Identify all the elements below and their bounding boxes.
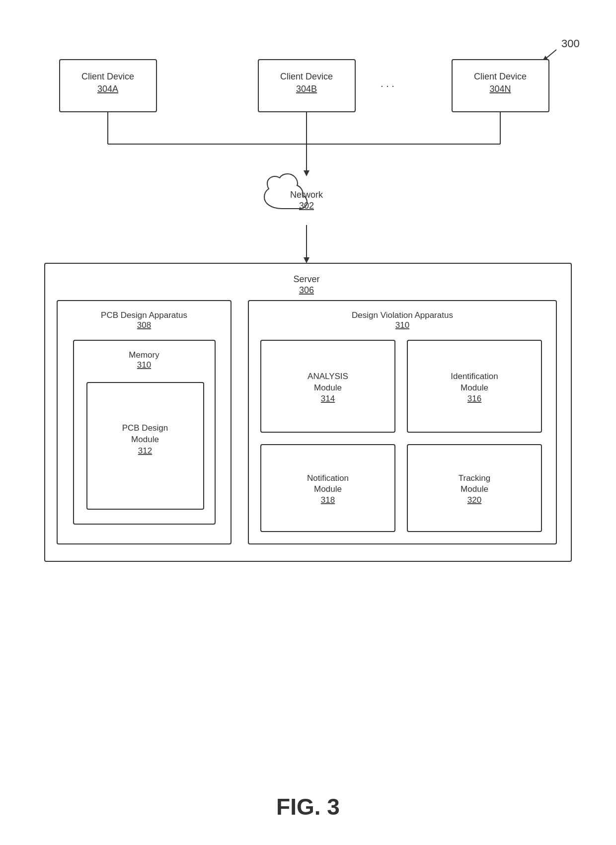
svg-text:Server: Server xyxy=(293,274,319,284)
svg-text:FIG. 3: FIG. 3 xyxy=(276,794,340,820)
svg-text:320: 320 xyxy=(467,495,481,505)
svg-text:306: 306 xyxy=(299,285,314,295)
svg-text:Network: Network xyxy=(290,190,323,200)
svg-rect-29 xyxy=(74,340,215,524)
svg-text:Identification: Identification xyxy=(451,372,498,381)
svg-marker-2 xyxy=(541,56,548,62)
svg-rect-51 xyxy=(407,445,541,532)
svg-text:302: 302 xyxy=(299,201,314,211)
svg-rect-10 xyxy=(452,60,549,112)
svg-text:Client Device: Client Device xyxy=(474,72,527,81)
svg-line-1 xyxy=(541,50,556,62)
svg-rect-23 xyxy=(45,263,571,561)
svg-rect-43 xyxy=(407,340,541,432)
svg-rect-47 xyxy=(261,445,395,532)
svg-rect-36 xyxy=(248,301,556,544)
svg-rect-32 xyxy=(87,383,204,509)
svg-rect-26 xyxy=(57,301,231,544)
svg-text:Tracking: Tracking xyxy=(459,473,491,483)
svg-text:304B: 304B xyxy=(296,84,317,94)
svg-text:Module: Module xyxy=(461,383,488,392)
svg-text:312: 312 xyxy=(138,446,152,456)
svg-text:310: 310 xyxy=(395,320,409,330)
svg-text:Design Violation Apparatus: Design Violation Apparatus xyxy=(352,310,453,320)
svg-text:300: 300 xyxy=(561,37,580,50)
svg-rect-39 xyxy=(261,340,395,432)
svg-text:PCB Design: PCB Design xyxy=(122,423,168,433)
svg-text:316: 316 xyxy=(467,394,481,403)
svg-text:Notification: Notification xyxy=(307,473,349,483)
svg-text:314: 314 xyxy=(321,394,335,403)
svg-text:Client Device: Client Device xyxy=(280,72,333,81)
svg-text:Module: Module xyxy=(314,383,342,392)
svg-text:Module: Module xyxy=(461,484,488,494)
svg-text:Memory: Memory xyxy=(129,350,159,360)
svg-text:ANALYSIS: ANALYSIS xyxy=(308,372,348,381)
svg-text:Module: Module xyxy=(131,435,159,444)
svg-text:PCB Design Apparatus: PCB Design Apparatus xyxy=(101,310,187,320)
svg-marker-18 xyxy=(304,170,309,176)
svg-marker-22 xyxy=(304,257,309,263)
svg-rect-6 xyxy=(258,60,355,112)
svg-text:310: 310 xyxy=(137,360,151,370)
svg-text:Client Device: Client Device xyxy=(81,72,134,81)
svg-text:Module: Module xyxy=(314,484,342,494)
svg-text:318: 318 xyxy=(321,495,335,505)
svg-rect-3 xyxy=(60,60,156,112)
svg-text:304A: 304A xyxy=(97,84,118,94)
svg-text:. . .: . . . xyxy=(381,78,394,89)
svg-text:308: 308 xyxy=(137,320,151,330)
svg-text:304N: 304N xyxy=(489,84,511,94)
